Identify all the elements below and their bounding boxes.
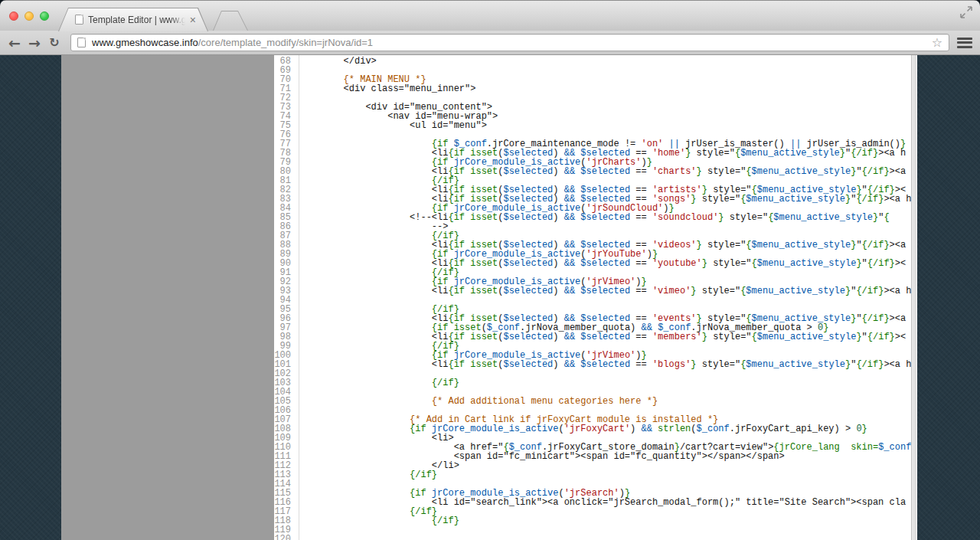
reload-button[interactable]: ↻: [44, 34, 64, 51]
url-domain: www.gmeshowcase.info: [92, 37, 198, 48]
code-line[interactable]: </div>: [299, 57, 911, 66]
url-text: www.gmeshowcase.info/core/template_modif…: [92, 37, 373, 48]
back-button[interactable]: ←: [5, 34, 24, 51]
chrome-menu-icon[interactable]: [957, 38, 972, 48]
code-line[interactable]: {/if}: [299, 470, 911, 479]
template-code-editor[interactable]: 6869707172737475767778798081828384858687…: [274, 55, 917, 540]
tab-close-icon[interactable]: ×: [190, 15, 196, 25]
close-window-button[interactable]: [9, 11, 18, 21]
line-number: 120: [274, 535, 291, 540]
page-favicon-icon: [75, 15, 83, 25]
browser-window: Template Editor | www.gm × ← → ↻ www.gme…: [0, 0, 980, 540]
code-line[interactable]: <li{if isset($selected) && $selected == …: [299, 286, 911, 296]
code-line[interactable]: {/if}: [299, 378, 911, 388]
bookmark-star-icon[interactable]: ☆: [932, 37, 942, 49]
code-line[interactable]: <div class="menu_inner">: [299, 84, 911, 93]
zoom-window-button[interactable]: [40, 11, 49, 21]
address-bar[interactable]: www.gmeshowcase.info/core/template_modif…: [70, 34, 949, 51]
code-line[interactable]: {/if}: [299, 516, 911, 525]
url-path: /core/template_modify/skin=jrNova/id=1: [198, 37, 373, 48]
tab-strip: Template Editor | www.gm ×: [0, 0, 980, 31]
fullscreen-icon[interactable]: [959, 5, 974, 19]
code-line[interactable]: <li{if isset($selected) && $selected == …: [299, 360, 911, 369]
page-icon: [77, 38, 86, 47]
gutter: 6869707172737475767778798081828384858687…: [274, 55, 299, 540]
tab-title: Template Editor | www.gm: [88, 15, 185, 25]
code-line[interactable]: {* Add additional menu categories here *…: [299, 397, 911, 406]
page-side-panel: [61, 55, 274, 540]
code-line[interactable]: <ul id="menu">: [299, 121, 911, 130]
forward-button[interactable]: →: [24, 34, 44, 51]
minimize-window-button[interactable]: [24, 11, 34, 21]
editor-scrollbar[interactable]: [911, 55, 916, 540]
browser-toolbar: ← → ↻ www.gmeshowcase.info/core/template…: [0, 31, 980, 55]
tab-template-editor[interactable]: Template Editor | www.gm ×: [58, 8, 208, 31]
new-tab-button[interactable]: [213, 11, 248, 31]
code-line[interactable]: [299, 525, 911, 535]
code-lines[interactable]: </div> {* MAIN MENU *} <div class="menu_…: [299, 55, 911, 540]
page-viewport: 6869707172737475767778798081828384858687…: [0, 55, 980, 540]
code-line[interactable]: [299, 535, 911, 540]
